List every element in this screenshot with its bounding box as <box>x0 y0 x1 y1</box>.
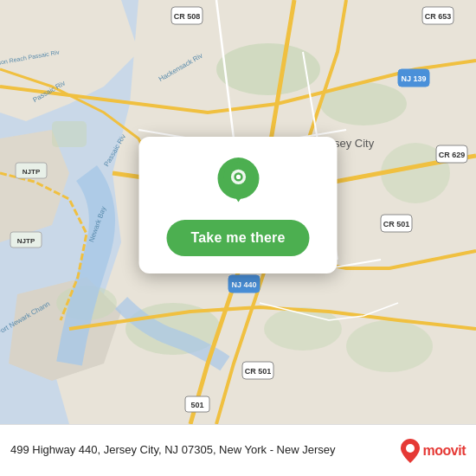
address-text: 499 Highway 440, Jersey City, NJ 07305, … <box>10 442 392 458</box>
svg-point-40 <box>406 444 415 453</box>
svg-text:CR 501: CR 501 <box>245 367 272 376</box>
destination-card: Take me there <box>138 137 337 273</box>
svg-rect-8 <box>52 121 87 147</box>
svg-text:NJTP: NJTP <box>23 168 41 176</box>
svg-text:501: 501 <box>190 401 203 409</box>
svg-point-7 <box>346 320 433 372</box>
svg-text:NJ 139: NJ 139 <box>401 74 426 83</box>
moovit-logo: moovit <box>401 439 466 463</box>
svg-text:NJTP: NJTP <box>17 237 35 245</box>
take-me-there-button[interactable]: Take me there <box>166 220 309 256</box>
svg-text:CR 629: CR 629 <box>439 151 466 159</box>
svg-text:CR 501: CR 501 <box>383 220 410 228</box>
svg-text:CR 508: CR 508 <box>174 12 201 21</box>
moovit-brand-name: moovit <box>423 443 466 459</box>
info-bar: 499 Highway 440, Jersey City, NJ 07305, … <box>0 424 476 476</box>
map-container: CR 508 CR 653 NJ 139 CR 501 CR 629 NJ 44… <box>0 0 476 424</box>
svg-point-1 <box>216 43 320 95</box>
moovit-pin-icon <box>401 439 420 463</box>
location-pin-icon <box>212 158 264 209</box>
svg-text:CR 653: CR 653 <box>425 12 452 21</box>
svg-text:NJ 440: NJ 440 <box>231 280 256 289</box>
svg-point-39 <box>235 175 240 179</box>
